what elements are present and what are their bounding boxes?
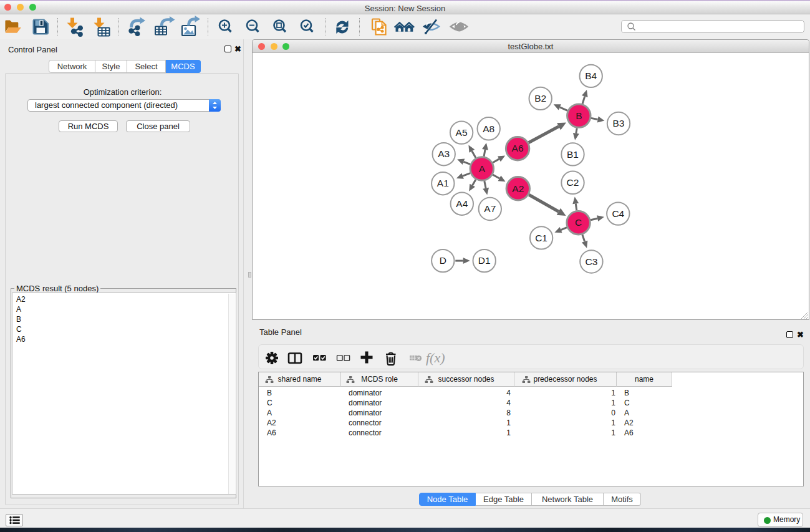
svg-text:A: A — [479, 163, 486, 174]
svg-text:A2: A2 — [512, 183, 524, 194]
svg-text:D: D — [440, 255, 446, 266]
svg-text:B4: B4 — [585, 70, 597, 81]
svg-text:C2: C2 — [567, 177, 579, 188]
svg-text:A7: A7 — [484, 203, 496, 214]
svg-text:B3: B3 — [613, 118, 625, 128]
svg-text:A1: A1 — [437, 178, 449, 188]
svg-text:C1: C1 — [535, 233, 547, 243]
svg-text:A6: A6 — [512, 143, 524, 153]
svg-text:B2: B2 — [534, 93, 546, 104]
svg-text:A3: A3 — [438, 148, 450, 159]
svg-text:C4: C4 — [612, 208, 624, 219]
svg-text:C3: C3 — [585, 256, 597, 267]
svg-text:C: C — [575, 217, 582, 228]
svg-text:D1: D1 — [478, 255, 491, 266]
svg-text:A8: A8 — [483, 123, 494, 134]
svg-text:B: B — [576, 110, 582, 121]
svg-text:A4: A4 — [456, 198, 468, 209]
svg-text:A5: A5 — [456, 127, 468, 138]
svg-text:B1: B1 — [567, 149, 579, 160]
svg-text:f(x): f(x) — [426, 350, 445, 365]
